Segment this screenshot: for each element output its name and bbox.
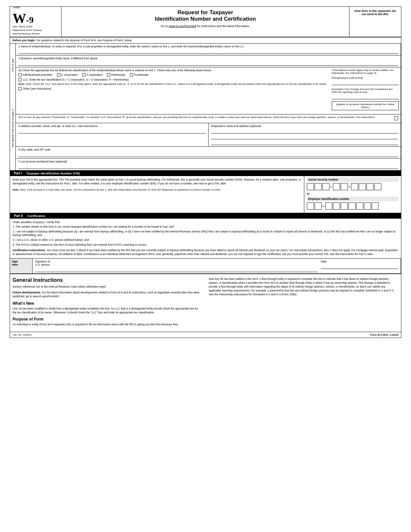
part1-right: Social security number – – or Employer i… — [304, 176, 401, 213]
sign-label2: Here — [12, 263, 30, 266]
ssn-box-3[interactable] — [322, 183, 329, 190]
right-panel-exemptions: 4 Exemptions (codes apply only to certai… — [330, 67, 401, 114]
note-bold: Note: — [18, 83, 25, 85]
ssn-box-7[interactable] — [359, 183, 366, 190]
ssn-box-1[interactable] — [307, 183, 314, 190]
form-main-body: Print or type. See Specific Instructions… — [10, 44, 401, 171]
requester-input3[interactable] — [211, 141, 398, 145]
cert-instructions-text: You must cross out item 2 above if you h… — [13, 249, 398, 256]
requester-label: Requester's name and address (optional) — [211, 124, 398, 128]
ein-box-3[interactable] — [325, 202, 332, 210]
dept1-label: Department of the Treasury — [13, 29, 59, 32]
ssn-dash2: – — [348, 184, 351, 189]
requester-right: Requester's name and address (optional) — [209, 123, 401, 146]
line1-label: 1 Name of entity/individual. An entry is… — [18, 45, 398, 48]
sign-sig-section: Signature of U.S. person — [35, 260, 318, 272]
line5-input[interactable] — [18, 129, 206, 133]
form-subtitle: Go to www.irs.gov/FormW9 for instruction… — [65, 25, 346, 28]
form-word-label: Form — [13, 6, 20, 9]
footer-row: Cat. No. 10231X Form W-9 (Rev. 3-2024) — [10, 332, 401, 338]
cb-scorp-box[interactable] — [82, 73, 85, 76]
ssn-box-5[interactable] — [341, 183, 348, 190]
ssn-box-2[interactable] — [315, 183, 322, 190]
note-content: Note: Check the "LLC" box above and, in … — [26, 83, 327, 85]
side-label-print: Print or type. — [11, 44, 14, 86]
llc-row: LLC. Enter the tax classification (C = C… — [18, 78, 327, 81]
cert-item1: 1. The number shown on this form is my c… — [13, 225, 398, 229]
ssn-box-6[interactable] — [351, 183, 358, 190]
whats-new-text: Line 3a has been modified to clarify how… — [13, 307, 202, 315]
cert-item2: 2. I am not subject to backup withholdin… — [13, 230, 398, 237]
cert-item3: 3. I am a U.S. citizen or other U.S. per… — [13, 238, 398, 242]
cb-trust-label: Trust/estate — [134, 73, 149, 76]
cb-individual-label: Individual/sole proprietor — [23, 73, 53, 76]
cb-trust-box[interactable] — [130, 73, 133, 76]
line3b-row: 3b If on line 3a you checked "Partnershi… — [16, 114, 401, 123]
cb-partnership-box[interactable] — [107, 73, 110, 76]
purpose-title: Purpose of Form — [13, 317, 202, 321]
line2-label: 2 Business name/disregarded entity name,… — [18, 57, 398, 60]
whats-new-title: What's New — [13, 301, 202, 306]
cb-partnership-item: Partnership — [107, 73, 125, 76]
ssn-box-8[interactable] — [367, 183, 374, 190]
ein-box-7[interactable] — [356, 202, 363, 210]
signature-input[interactable] — [35, 267, 318, 272]
line7-input[interactable] — [18, 164, 398, 169]
before-begin-bold: Before you begin. — [13, 39, 36, 42]
sign-row: Sign Here Signature of U.S. person Date — [10, 259, 401, 274]
line6-input[interactable] — [18, 153, 398, 157]
ein-box-6[interactable] — [348, 202, 356, 210]
w9-big-label: W-9 — [13, 12, 34, 25]
exempt-payee-input[interactable] — [332, 81, 399, 85]
cb-ccorp-box[interactable] — [57, 73, 60, 76]
ssn-box-4[interactable] — [333, 183, 340, 190]
gi-future: Future developments. For the latest info… — [13, 291, 202, 299]
requester-input2[interactable] — [211, 135, 398, 139]
cert-instructions: Certification instructions. You must cro… — [13, 249, 398, 256]
ein-box-4[interactable] — [333, 202, 340, 210]
cb-ccorp-label: C corporation — [61, 73, 78, 76]
cb-scorp-item: S corporation — [82, 73, 103, 76]
gi-future-label: Future developments. — [13, 291, 41, 294]
ein-box-5[interactable] — [341, 202, 348, 210]
sign-date-section: Date — [318, 260, 398, 272]
cert-list: 1. The number shown on this form is my c… — [13, 225, 398, 247]
ein-boxes: – — [307, 202, 398, 210]
ssn-box-9[interactable] — [374, 183, 381, 190]
part1-body: Enter your TIN in the appropriate box. T… — [10, 176, 401, 213]
cb-line3b-box[interactable] — [394, 116, 398, 120]
line7-row: 7 List account number(s) here (optional) — [16, 159, 401, 170]
form-title2: Identification Number and Certification — [65, 16, 346, 22]
ein-box-8[interactable] — [364, 202, 371, 210]
line6-row: 6 City, state, and ZIP code — [16, 147, 401, 159]
line2-input[interactable] — [18, 61, 398, 66]
ein-box-2[interactable] — [315, 202, 322, 210]
line1-input[interactable] — [18, 49, 398, 54]
line3b-text: 3b If on line 3a you checked "Partnershi… — [18, 116, 392, 122]
ein-label: Employer identification number — [307, 197, 398, 201]
form-url: www.irs.gov/FormW9 — [169, 25, 196, 28]
line6-left: 6 City, state, and ZIP code — [16, 147, 401, 158]
line6-label: 6 City, state, and ZIP code — [18, 148, 398, 151]
cb-other-box[interactable] — [18, 87, 22, 90]
or-text: or — [307, 192, 398, 195]
fatca-input[interactable] — [332, 95, 399, 99]
purpose-text: An individual or entity (Form W-9 reques… — [13, 323, 202, 327]
cat-no: Cat. No. 10231X — [13, 333, 32, 336]
ein-box-9[interactable] — [372, 202, 379, 210]
other-label: Other (see instructions) — [23, 87, 51, 90]
part1-body-text: Enter your TIN in the appropriate box. T… — [13, 178, 301, 186]
line3a-label: 3a Check the appropriate box for federal… — [18, 69, 327, 72]
ssn-boxes: – – — [307, 183, 398, 190]
main-fields: 1 Name of entity/individual. An entry is… — [16, 44, 401, 170]
ssn-label: Social security number — [307, 177, 398, 182]
fatca-title: Exemption from Foreign Account Tax Compl… — [332, 88, 399, 94]
requester-input1[interactable] — [211, 129, 398, 133]
cb-llc-box[interactable] — [18, 78, 22, 81]
date-input[interactable] — [321, 264, 398, 269]
header-center: Request for Taxpayer Identification Numb… — [62, 7, 349, 37]
cb-individual-box[interactable] — [18, 73, 22, 76]
header-right: Give form to the requester. Do not send … — [349, 7, 401, 37]
cb-ccorp-item: C corporation — [57, 73, 78, 76]
ein-box-1[interactable] — [307, 202, 314, 210]
